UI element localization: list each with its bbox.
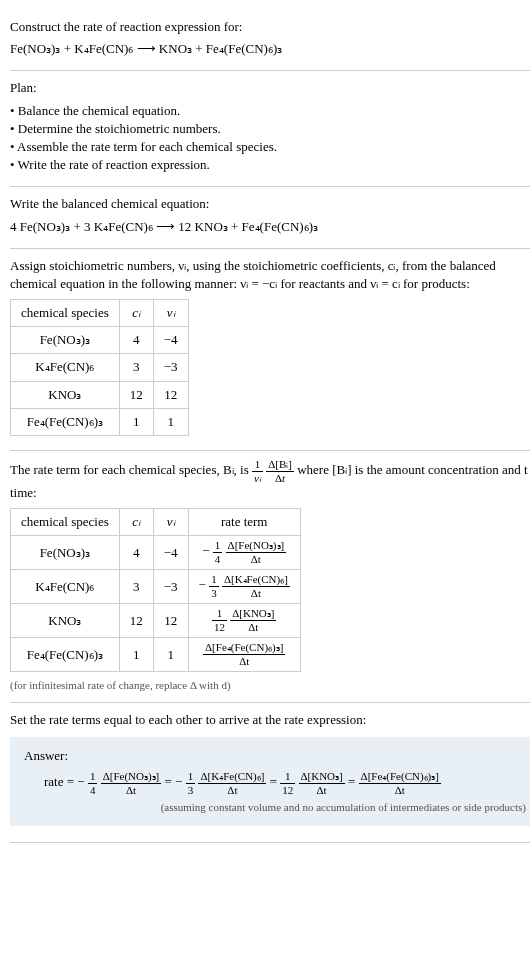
stoich-section: Assign stoichiometric numbers, νᵢ, using… (10, 249, 530, 451)
col-header: chemical species (11, 509, 120, 536)
plan-item: Write the rate of reaction expression. (10, 156, 530, 174)
rateterm-note: (for infinitesimal rate of change, repla… (10, 678, 530, 693)
cell-c: 3 (119, 354, 153, 381)
cell-v: −3 (153, 570, 188, 604)
table-row: Fe₄(Fe(CN)₆)₃ 1 1 Δ[Fe₄(Fe(CN)₆)₃]Δt (11, 638, 301, 672)
cell-v: −4 (153, 327, 188, 354)
table-row: K₄Fe(CN)₆ 3 −3 − 13 Δ[K₄Fe(CN)₆]Δt (11, 570, 301, 604)
rateterm-table: chemical species cᵢ νᵢ rate term Fe(NO₃)… (10, 508, 301, 672)
cell-rate: 112 Δ[KNO₃]Δt (188, 604, 300, 638)
cell-v: −4 (153, 536, 188, 570)
fraction: Δ[Bᵢ]Δt (266, 459, 294, 484)
balanced-equation: 4 Fe(NO₃)₃ + 3 K₄Fe(CN)₆ ⟶ 12 KNO₃ + Fe₄… (10, 218, 530, 236)
answer-label: Answer: (24, 747, 526, 765)
plan-item: Assemble the rate term for each chemical… (10, 138, 530, 156)
balanced-section: Write the balanced chemical equation: 4 … (10, 187, 530, 248)
stoich-text: Assign stoichiometric numbers, νᵢ, using… (10, 257, 530, 293)
cell-c: 12 (119, 381, 153, 408)
stoich-table: chemical species cᵢ νᵢ Fe(NO₃)₃ 4 −4 K₄F… (10, 299, 189, 436)
plan-title: Plan: (10, 79, 530, 97)
cell-species: Fe₄(Fe(CN)₆)₃ (11, 638, 120, 672)
rateterm-text: The rate term for each chemical species,… (10, 459, 530, 502)
cell-v: 12 (153, 604, 188, 638)
rateterm-section: The rate term for each chemical species,… (10, 451, 530, 703)
cell-rate: Δ[Fe₄(Fe(CN)₆)₃]Δt (188, 638, 300, 672)
cell-v: −3 (153, 354, 188, 381)
table-row: Fe₄(Fe(CN)₆)₃ 1 1 (11, 408, 189, 435)
table-header-row: chemical species cᵢ νᵢ rate term (11, 509, 301, 536)
plan-item: Balance the chemical equation. (10, 102, 530, 120)
balanced-title: Write the balanced chemical equation: (10, 195, 530, 213)
rate-expression: rate = − 14 Δ[Fe(NO₃)₃]Δt = − 13 Δ[K₄Fe(… (24, 771, 526, 796)
final-section: Set the rate terms equal to each other t… (10, 703, 530, 843)
cell-c: 12 (119, 604, 153, 638)
col-header: νᵢ (153, 509, 188, 536)
final-text: Set the rate terms equal to each other t… (10, 711, 530, 729)
fraction: 1νᵢ (252, 459, 263, 484)
cell-v: 1 (153, 638, 188, 672)
prompt-title: Construct the rate of reaction expressio… (10, 18, 530, 36)
plan-item: Determine the stoichiometric numbers. (10, 120, 530, 138)
cell-v: 1 (153, 408, 188, 435)
cell-species: KNO₃ (11, 381, 120, 408)
table-row: K₄Fe(CN)₆ 3 −3 (11, 354, 189, 381)
cell-species: K₄Fe(CN)₆ (11, 354, 120, 381)
cell-species: Fe(NO₃)₃ (11, 536, 120, 570)
answer-box: Answer: rate = − 14 Δ[Fe(NO₃)₃]Δt = − 13… (10, 737, 530, 826)
cell-species: K₄Fe(CN)₆ (11, 570, 120, 604)
plan-list: Balance the chemical equation. Determine… (10, 102, 530, 175)
cell-species: KNO₃ (11, 604, 120, 638)
cell-c: 4 (119, 536, 153, 570)
col-header: rate term (188, 509, 300, 536)
cell-species: Fe₄(Fe(CN)₆)₃ (11, 408, 120, 435)
cell-c: 3 (119, 570, 153, 604)
table-row: KNO₃ 12 12 (11, 381, 189, 408)
table-row: Fe(NO₃)₃ 4 −4 − 14 Δ[Fe(NO₃)₃]Δt (11, 536, 301, 570)
prompt-section: Construct the rate of reaction expressio… (10, 10, 530, 71)
cell-v: 12 (153, 381, 188, 408)
answer-note: (assuming constant volume and no accumul… (24, 800, 526, 815)
cell-species: Fe(NO₃)₃ (11, 327, 120, 354)
table-row: Fe(NO₃)₃ 4 −4 (11, 327, 189, 354)
cell-c: 1 (119, 408, 153, 435)
cell-rate: − 14 Δ[Fe(NO₃)₃]Δt (188, 536, 300, 570)
plan-section: Plan: Balance the chemical equation. Det… (10, 71, 530, 187)
col-header: cᵢ (119, 300, 153, 327)
col-header: cᵢ (119, 509, 153, 536)
cell-rate: − 13 Δ[K₄Fe(CN)₆]Δt (188, 570, 300, 604)
cell-c: 1 (119, 638, 153, 672)
table-row: KNO₃ 12 12 112 Δ[KNO₃]Δt (11, 604, 301, 638)
prompt-equation: Fe(NO₃)₃ + K₄Fe(CN)₆ ⟶ KNO₃ + Fe₄(Fe(CN)… (10, 40, 530, 58)
cell-c: 4 (119, 327, 153, 354)
table-header-row: chemical species cᵢ νᵢ (11, 300, 189, 327)
col-header: chemical species (11, 300, 120, 327)
col-header: νᵢ (153, 300, 188, 327)
